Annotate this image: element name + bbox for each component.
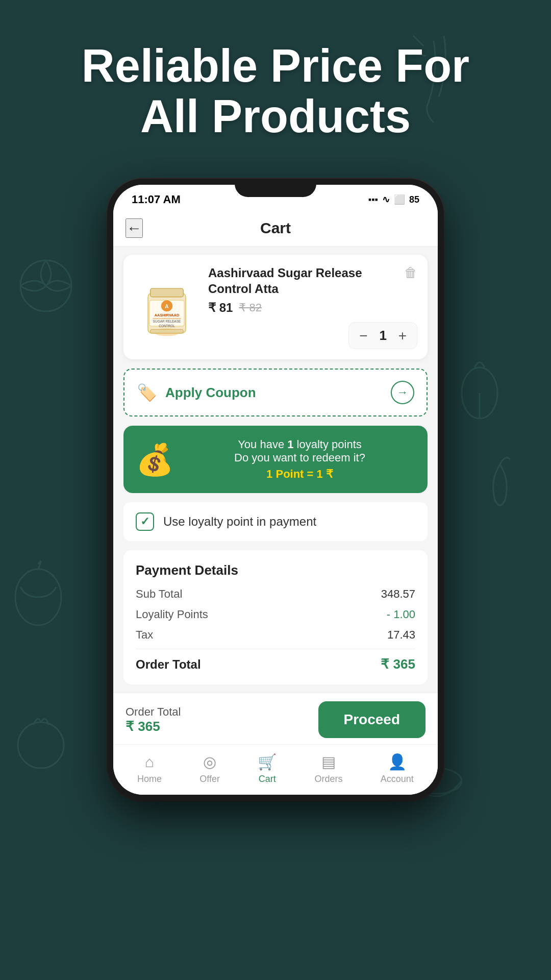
cart-icon: 🛒 [258, 753, 277, 771]
headline-line2: All Products [140, 91, 411, 142]
item-price-current: ₹ 81 [208, 301, 233, 315]
coupon-arrow-icon[interactable]: → [391, 381, 414, 404]
battery-icon: ⬜ [394, 194, 405, 205]
loyalty-prefix: You have [238, 438, 287, 451]
payment-row-subtotal: Sub Total 348.57 [136, 587, 415, 601]
price-symbol: ₹ [208, 301, 216, 314]
subtotal-label: Sub Total [136, 587, 182, 601]
qty-decrease-button[interactable]: − [359, 329, 367, 343]
status-time: 11:07 AM [132, 193, 181, 206]
svg-rect-16 [151, 329, 184, 333]
loyalty-checkbox-row[interactable]: ✓ Use loyalty point in payment [123, 502, 428, 541]
loyalty-card: 💰 You have 1 loyalty points Do you want … [123, 426, 428, 493]
svg-text:A: A [165, 304, 169, 309]
offer-icon: ◎ [203, 753, 216, 771]
coupon-icon: 🏷️ [137, 383, 157, 402]
phone-frame: 11:07 AM ▪▪▪ ∿ ⬜ 85 ← Cart [107, 179, 444, 801]
battery-value: 85 [409, 194, 419, 205]
loyalty-checkbox-label: Use loyalty point in payment [163, 514, 316, 529]
svg-text:SUGAR RELEASE: SUGAR RELEASE [153, 320, 181, 323]
loyalty-rate: 1 Point = 1 ₹ [184, 468, 415, 481]
loyalty-count: 1 [287, 438, 293, 451]
loyalty-suffix: loyalty points [294, 438, 362, 451]
apply-coupon-section[interactable]: 🏷️ Apply Coupon → [123, 369, 428, 416]
orig-value: 82 [249, 301, 262, 314]
item-image: A AASHIRVAAD SUGAR RELEASE CONTROL [134, 274, 200, 340]
svg-text:CONTROL: CONTROL [159, 324, 175, 327]
item-price-original: ₹ 82 [239, 301, 262, 314]
bottom-order-label: Order Total [126, 705, 181, 719]
svg-rect-12 [153, 318, 181, 319]
item-right-section: Aashirvaad Sugar Release Control Atta 🗑 … [208, 265, 417, 349]
phone-device: 11:07 AM ▪▪▪ ∿ ⬜ 85 ← Cart [107, 179, 444, 801]
loyalty-line1: You have 1 loyalty points [184, 438, 415, 451]
quantity-control: − 1 + [348, 322, 417, 349]
item-name: Aashirvaad Sugar Release Control Atta [208, 265, 404, 297]
bottom-order-info: Order Total ₹ 365 [126, 705, 181, 734]
orders-label: Orders [315, 774, 343, 785]
nav-home[interactable]: ⌂ Home [137, 753, 162, 785]
signal-icon: ▪▪▪ [368, 194, 378, 205]
tax-label: Tax [136, 628, 153, 642]
svg-text:AASHIRVAAD: AASHIRVAAD [155, 312, 180, 317]
orig-symbol: ₹ [239, 301, 246, 314]
loyalty-wallet-icon: 💰 [136, 442, 174, 478]
account-icon: 👤 [388, 753, 407, 771]
payment-row-tax: Tax 17.43 [136, 628, 415, 642]
payment-row-loyalty: Loyality Points - 1.00 [136, 608, 415, 621]
svg-rect-7 [151, 288, 184, 297]
loyalty-value: - 1.00 [387, 608, 415, 621]
back-button[interactable]: ← [126, 218, 143, 238]
content-area: A AASHIRVAAD SUGAR RELEASE CONTROL [113, 247, 438, 693]
order-total-label: Order Total [136, 657, 201, 672]
qty-increase-button[interactable]: + [398, 329, 407, 343]
status-icons: ▪▪▪ ∿ ⬜ 85 [368, 194, 419, 205]
home-icon: ⌂ [145, 753, 154, 771]
nav-orders[interactable]: ▤ Orders [315, 753, 343, 785]
checkbox-check-icon: ✓ [140, 515, 149, 528]
orders-icon: ▤ [321, 753, 336, 771]
bottom-order-price: ₹ 365 [126, 719, 181, 734]
loyalty-line2: Do you want to redeem it? [184, 451, 415, 464]
order-total-value: ₹ 365 [381, 656, 415, 672]
nav-offer[interactable]: ◎ Offer [199, 753, 220, 785]
tax-value: 17.43 [387, 628, 415, 642]
order-total-row: Order Total ₹ 365 [136, 656, 415, 672]
subtotal-value: 348.57 [381, 587, 415, 601]
loyalty-checkbox[interactable]: ✓ [136, 512, 154, 531]
loyalty-label: Loyality Points [136, 608, 208, 621]
home-label: Home [137, 774, 162, 785]
nav-cart[interactable]: 🛒 Cart [258, 753, 277, 785]
app-header: ← Cart [113, 210, 438, 247]
proceed-button[interactable]: Proceed [318, 701, 426, 738]
payment-title: Payment Details [136, 562, 415, 578]
qty-value: 1 [377, 328, 389, 344]
price-current-value: 81 [219, 301, 233, 314]
bottom-nav: ⌂ Home ◎ Offer 🛒 Cart ▤ Orders 👤 Acc [113, 744, 438, 795]
coupon-left: 🏷️ Apply Coupon [137, 383, 256, 402]
headline: Reliable Price For All Products [0, 41, 551, 142]
payment-section: Payment Details Sub Total 348.57 Loyalit… [123, 550, 428, 684]
coupon-text: Apply Coupon [165, 385, 256, 401]
nav-account[interactable]: 👤 Account [381, 753, 414, 785]
product-image-svg: A AASHIRVAAD SUGAR RELEASE CONTROL [139, 277, 195, 338]
cart-item-card: A AASHIRVAAD SUGAR RELEASE CONTROL [123, 255, 428, 359]
wifi-icon: ∿ [382, 194, 390, 205]
payment-divider [136, 649, 415, 649]
phone-notch [235, 179, 316, 197]
item-prices: ₹ 81 ₹ 82 [208, 301, 417, 315]
offer-label: Offer [199, 774, 220, 785]
cart-label: Cart [259, 774, 276, 785]
cart-title: Cart [260, 219, 291, 237]
headline-line1: Reliable Price For [82, 40, 469, 91]
phone-screen: 11:07 AM ▪▪▪ ∿ ⬜ 85 ← Cart [113, 185, 438, 795]
account-label: Account [381, 774, 414, 785]
delete-icon[interactable]: 🗑 [404, 265, 417, 281]
loyalty-text: You have 1 loyalty points Do you want to… [184, 438, 415, 481]
bottom-bar: Order Total ₹ 365 Proceed [113, 693, 438, 744]
